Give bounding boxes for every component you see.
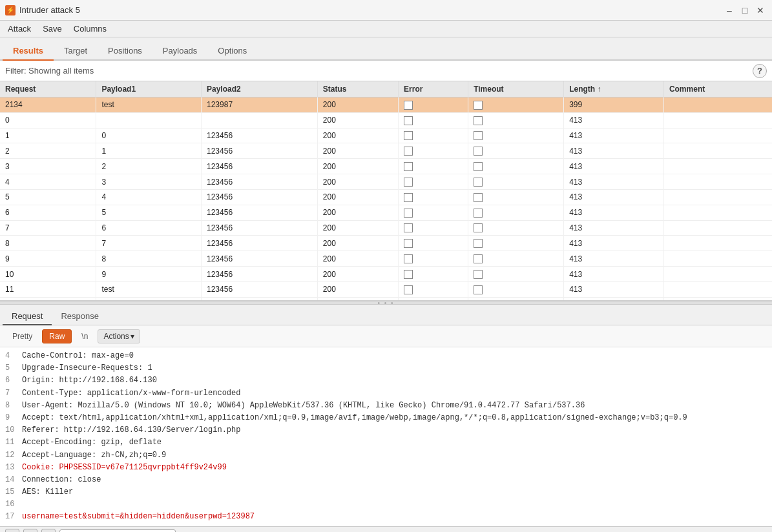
table-row[interactable]: 109123456200413 <box>0 267 772 282</box>
table-row[interactable]: 98123456200413 <box>0 251 772 267</box>
timeout-checkbox[interactable] <box>474 285 483 294</box>
col-request[interactable]: Request <box>0 81 96 97</box>
table-header-row: Request Payload1 Payload2 Status Error T… <box>0 81 772 97</box>
app-icon: ⚡ <box>5 5 16 15</box>
tab-options[interactable]: Options <box>207 42 257 61</box>
menu-bar: Attack Save Columns <box>0 21 772 37</box>
error-checkbox[interactable] <box>404 131 413 140</box>
help-button[interactable]: ? <box>753 64 767 78</box>
timeout-checkbox[interactable] <box>474 101 483 110</box>
line-text: Upgrade-Insecure-Requests: 1 <box>22 362 152 374</box>
table-row[interactable]: 54123456200413 <box>0 189 772 205</box>
col-length[interactable]: Length ↑ <box>564 81 664 97</box>
title-bar-left: ⚡ Intruder attack 5 <box>5 5 80 15</box>
minimize-button[interactable]: – <box>723 4 736 17</box>
line-text: Cache-Control: max-age=0 <box>22 350 134 362</box>
tab-positions[interactable]: Positions <box>98 42 152 61</box>
menu-columns[interactable]: Columns <box>68 23 112 35</box>
forward-button[interactable]: → <box>41 529 56 532</box>
sub-tab-pretty[interactable]: Pretty <box>5 329 39 343</box>
timeout-checkbox[interactable] <box>474 270 483 279</box>
line-text: Accept-Encoding: gzip, deflate <box>22 436 162 449</box>
table-row[interactable]: 76123456200413 <box>0 220 772 236</box>
error-checkbox[interactable] <box>404 254 413 263</box>
request-line: 16 <box>5 498 767 511</box>
table-row[interactable]: 0200413 <box>0 112 772 128</box>
sub-tab-raw[interactable]: Raw <box>42 329 72 343</box>
window-controls: – □ ✕ <box>723 4 767 17</box>
col-payload1[interactable]: Payload1 <box>96 81 202 97</box>
error-checkbox[interactable] <box>404 239 413 248</box>
timeout-checkbox[interactable] <box>474 147 483 156</box>
bottom-tab-request[interactable]: Request <box>3 308 52 325</box>
request-line: 4Cache-Control: max-age=0 <box>5 350 767 362</box>
timeout-checkbox[interactable] <box>474 193 483 202</box>
line-number: 13 <box>5 462 18 474</box>
table-row[interactable]: 43123456200413 <box>0 174 772 190</box>
request-line: 9Accept: text/html,application/xhtml+xml… <box>5 412 767 424</box>
timeout-checkbox[interactable] <box>474 209 483 218</box>
timeout-checkbox[interactable] <box>474 162 483 171</box>
timeout-checkbox[interactable] <box>474 116 483 125</box>
error-checkbox[interactable] <box>404 101 413 110</box>
timeout-checkbox[interactable] <box>474 239 483 248</box>
col-payload2[interactable]: Payload2 <box>202 81 318 97</box>
error-checkbox[interactable] <box>404 209 413 218</box>
error-checkbox[interactable] <box>404 193 413 202</box>
request-line: 12Accept-Language: zh-CN,zh;q=0.9 <box>5 449 767 462</box>
results-table-container[interactable]: Request Payload1 Payload2 Status Error T… <box>0 81 772 301</box>
title-bar: ⚡ Intruder attack 5 – □ ✕ <box>0 0 772 21</box>
error-checkbox[interactable] <box>404 223 413 232</box>
error-checkbox[interactable] <box>404 116 413 125</box>
line-number: 15 <box>5 486 18 498</box>
actions-dropdown-button[interactable]: Actions ▾ <box>98 329 140 343</box>
error-checkbox[interactable] <box>404 178 413 187</box>
col-timeout[interactable]: Timeout <box>468 81 564 97</box>
table-row[interactable]: 21123456200413 <box>0 143 772 159</box>
table-body: 2134test12398720039902004131012345620041… <box>0 97 772 302</box>
line-text: username=test&submit=&hidden=hidden&user… <box>22 511 255 523</box>
table-row[interactable]: 11test123456200413 <box>0 281 772 297</box>
close-button[interactable]: ✕ <box>754 4 767 17</box>
maximize-button[interactable]: □ <box>738 4 751 17</box>
menu-save[interactable]: Save <box>37 23 67 35</box>
filter-text: Filter: Showing all items <box>5 66 94 76</box>
main-tabs-bar: Results Target Positions Payloads Option… <box>0 37 772 61</box>
col-comment[interactable]: Comment <box>663 81 772 97</box>
col-status[interactable]: Status <box>317 81 398 97</box>
line-number: 4 <box>5 350 18 362</box>
menu-attack[interactable]: Attack <box>3 23 36 35</box>
line-number: 5 <box>5 362 18 374</box>
request-line: 14Connection: close <box>5 474 767 486</box>
line-number: 16 <box>5 498 18 511</box>
error-checkbox[interactable] <box>404 147 413 156</box>
table-row[interactable]: 32123456200413 <box>0 159 772 174</box>
back-button[interactable]: ← <box>23 529 37 532</box>
timeout-checkbox[interactable] <box>474 223 483 232</box>
table-row[interactable]: 65123456200413 <box>0 205 772 220</box>
request-line: 7Content-Type: application/x-www-form-ur… <box>5 387 767 400</box>
tab-results[interactable]: Results <box>3 42 54 61</box>
bottom-tabs-bar: Request Response <box>0 305 772 325</box>
bottom-tab-response[interactable]: Response <box>52 308 108 325</box>
window-title: Intruder attack 5 <box>19 5 80 15</box>
error-checkbox[interactable] <box>404 270 413 279</box>
timeout-checkbox[interactable] <box>474 131 483 140</box>
table-row[interactable]: 2134test123987200399 <box>0 97 772 113</box>
tab-target[interactable]: Target <box>54 42 98 61</box>
error-checkbox[interactable] <box>404 285 413 294</box>
line-number: 12 <box>5 449 18 462</box>
request-line: 17username=test&submit=&hidden=hidden&us… <box>5 511 767 523</box>
request-line: 6Origin: http://192.168.64.130 <box>5 374 767 387</box>
sub-tab-newline[interactable]: \n <box>74 329 95 343</box>
table-row[interactable]: 10123456200413 <box>0 128 772 143</box>
error-checkbox[interactable] <box>404 162 413 171</box>
search-input[interactable] <box>59 529 176 532</box>
timeout-checkbox[interactable] <box>474 254 483 263</box>
tab-payloads[interactable]: Payloads <box>152 42 207 61</box>
settings-icon-button[interactable]: ⚙ <box>5 529 19 532</box>
line-number: 10 <box>5 424 18 436</box>
col-error[interactable]: Error <box>399 81 468 97</box>
table-row[interactable]: 87123456200413 <box>0 236 772 251</box>
timeout-checkbox[interactable] <box>474 178 483 187</box>
